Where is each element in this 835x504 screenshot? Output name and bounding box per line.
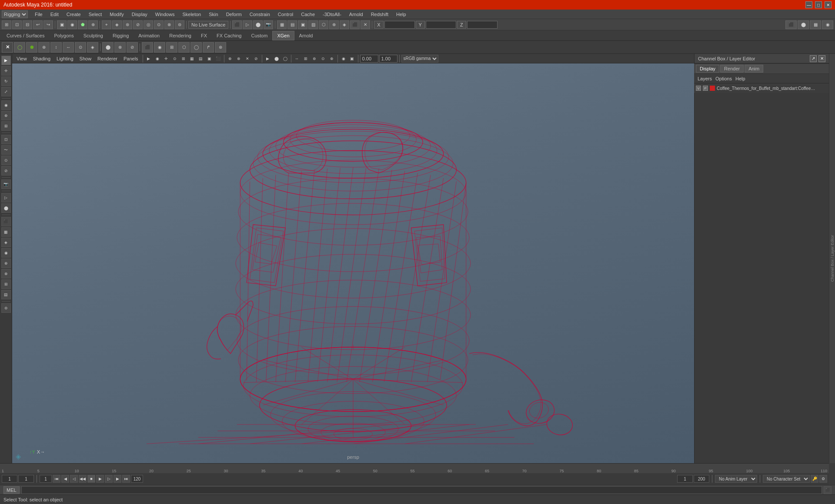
vp-icon-9[interactable]: ⬛ bbox=[214, 55, 222, 63]
redo-btn[interactable]: ↪ bbox=[43, 20, 53, 29]
menu-select[interactable]: Select bbox=[85, 11, 106, 18]
xgen-brush-btn[interactable]: ⊞ bbox=[166, 42, 177, 53]
vp-menu-shading[interactable]: Shading bbox=[30, 55, 53, 62]
sidebar-extra-6[interactable]: ⊗ bbox=[1, 269, 11, 279]
play-fwd-btn[interactable]: ▶ bbox=[96, 475, 104, 483]
snap7[interactable]: ⊗ bbox=[164, 20, 174, 29]
snap2[interactable]: ◈ bbox=[112, 20, 122, 29]
vp-icon-18[interactable]: ⊞ bbox=[302, 55, 310, 63]
next-key-btn[interactable]: ▷ bbox=[105, 475, 113, 483]
xgen-tool4[interactable]: ⊙ bbox=[75, 42, 86, 53]
vp-icon-23[interactable]: ▣ bbox=[348, 55, 356, 63]
menu-arnold[interactable]: Arnold bbox=[346, 11, 367, 18]
snap3[interactable]: ⊛ bbox=[123, 20, 132, 29]
xgen-tool1[interactable]: ⊕ bbox=[38, 42, 50, 53]
sidebar-extra-4[interactable]: ◉ bbox=[1, 248, 11, 258]
prev-key-btn[interactable]: ◁ bbox=[70, 475, 78, 483]
snap1[interactable]: ⌖ bbox=[102, 20, 111, 29]
snap-point-btn[interactable]: ⊙ bbox=[1, 156, 11, 165]
vp-icon-16[interactable]: ◯ bbox=[281, 55, 289, 63]
tab-rendering[interactable]: Rendering bbox=[164, 31, 196, 40]
sidebar-extra-3[interactable]: ◈ bbox=[1, 238, 11, 247]
sidebar-extra-2[interactable]: ▦ bbox=[1, 227, 11, 237]
xgen-sphere-btn[interactable]: ◯ bbox=[14, 42, 25, 53]
menu-3dtoall[interactable]: -3DtoAll- bbox=[319, 11, 345, 18]
snap-btn-3[interactable]: ⊟ bbox=[23, 20, 32, 29]
vp-icon-19[interactable]: ⊛ bbox=[311, 55, 318, 63]
render-scene-btn[interactable]: ▷ bbox=[1, 193, 11, 202]
paint-btn[interactable]: ⬟ bbox=[78, 20, 87, 29]
xgen-tool6[interactable]: ⬤ bbox=[102, 42, 114, 53]
render-btn[interactable]: ▷ bbox=[243, 20, 252, 29]
vp-menu-renderer[interactable]: Renderer bbox=[95, 55, 120, 62]
close-button[interactable]: ✕ bbox=[825, 1, 832, 8]
tab-fx[interactable]: FX bbox=[196, 31, 212, 40]
xgen-nurbs-btn[interactable]: ◯ bbox=[190, 42, 202, 53]
gamma-selector[interactable]: sRGB gamma bbox=[401, 55, 438, 63]
layer-p-checkbox[interactable]: P bbox=[703, 86, 708, 91]
vp-icon-20[interactable]: ⊙ bbox=[319, 55, 327, 63]
vp-icon-12[interactable]: ✕ bbox=[244, 55, 251, 63]
z-input[interactable] bbox=[467, 21, 498, 29]
menu-display[interactable]: Display bbox=[128, 11, 151, 18]
tab-curves-surfaces[interactable]: Curves / Surfaces bbox=[2, 31, 49, 40]
vp-icon-7[interactable]: ▤ bbox=[197, 55, 205, 63]
menu-redshift[interactable]: Redshift bbox=[367, 11, 392, 18]
sidebar-extra-1[interactable]: ⬛ bbox=[1, 217, 11, 226]
show-type-btn[interactable]: ▣ bbox=[298, 20, 307, 29]
ipr-render-btn[interactable]: ⬤ bbox=[1, 203, 11, 213]
vp-menu-show[interactable]: Show bbox=[77, 55, 94, 62]
menu-control[interactable]: Control bbox=[274, 11, 297, 18]
vp-icon-11[interactable]: ⊗ bbox=[235, 55, 243, 63]
snap-btn-2[interactable]: ⊡ bbox=[12, 20, 22, 29]
mel-button[interactable]: MEL bbox=[3, 486, 20, 494]
undo-btn[interactable]: ↩ bbox=[33, 20, 43, 29]
vp-icon-15[interactable]: ⬤ bbox=[273, 55, 281, 63]
menu-skeleton[interactable]: Skeleton bbox=[179, 11, 204, 18]
xgen-tool2[interactable]: ↕ bbox=[50, 42, 62, 53]
move-tool[interactable]: ✛ bbox=[1, 66, 11, 76]
select-tool[interactable]: ▶ bbox=[1, 56, 11, 65]
snap8[interactable]: ⊜ bbox=[175, 20, 184, 29]
vp-icon-8[interactable]: ▣ bbox=[206, 55, 214, 63]
menu-windows[interactable]: Windows bbox=[152, 11, 178, 18]
vp-y-value[interactable] bbox=[379, 55, 397, 63]
show-gpu-btn[interactable]: ⬛ bbox=[350, 20, 360, 29]
vp-icon-10[interactable]: ⊕ bbox=[226, 55, 234, 63]
xgen-arrow-btn[interactable]: ↱ bbox=[203, 42, 214, 53]
total-end-input[interactable] bbox=[694, 475, 709, 483]
layers-menu-help[interactable]: Help bbox=[735, 76, 745, 81]
tab-polygons[interactable]: Polygons bbox=[49, 31, 78, 40]
xgen-tool7[interactable]: ⊗ bbox=[114, 42, 126, 53]
anim-layer-selector[interactable]: No Anim Layer bbox=[715, 475, 757, 483]
dra-tab-render[interactable]: Render bbox=[720, 65, 744, 73]
menu-create[interactable]: Create bbox=[63, 11, 84, 18]
script-editor-btn[interactable]: ⬛ bbox=[824, 486, 832, 494]
xgen-geo-btn[interactable]: ⬡ bbox=[178, 42, 190, 53]
vp-icon-13[interactable]: ⊘ bbox=[252, 55, 260, 63]
show-cv-btn[interactable]: ⊕ bbox=[329, 20, 339, 29]
stop-btn[interactable]: ■ bbox=[87, 475, 95, 483]
sidebar-extra-7[interactable]: ⊞ bbox=[1, 279, 11, 289]
camera-btn[interactable]: 📷 bbox=[264, 20, 273, 29]
current-frame-input[interactable] bbox=[2, 475, 17, 483]
scale-tool[interactable]: ⤢ bbox=[1, 87, 11, 96]
paint-skin-btn[interactable]: ⊕ bbox=[1, 111, 11, 120]
timeline-ruler[interactable]: 1 5 10 15 20 25 30 35 40 45 50 55 60 65 … bbox=[0, 464, 829, 473]
viewport-canvas[interactable]: .wire { stroke: #cc0033; stroke-width: 0… bbox=[12, 63, 694, 463]
xgen-tool5[interactable]: ◈ bbox=[87, 42, 98, 53]
vp-icon-4[interactable]: ⊙ bbox=[171, 55, 179, 63]
menu-cache[interactable]: Cache bbox=[297, 11, 318, 18]
vp-icon-14[interactable]: ▶ bbox=[264, 55, 272, 63]
rotate-tool[interactable]: ↻ bbox=[1, 76, 11, 86]
menu-skin[interactable]: Skin bbox=[205, 11, 221, 18]
vp-icon-22[interactable]: ◉ bbox=[340, 55, 347, 63]
xgen-tool3[interactable]: ↔ bbox=[63, 42, 74, 53]
options-btn-4[interactable]: ◉ bbox=[822, 20, 833, 29]
vp-icon-5[interactable]: ⊞ bbox=[180, 55, 187, 63]
snap-btn-1[interactable]: ⊞ bbox=[2, 20, 11, 29]
next-frame-btn[interactable]: ▶ bbox=[114, 475, 121, 483]
skip-to-start-btn[interactable]: ⏮ bbox=[53, 475, 60, 483]
tab-animation[interactable]: Animation bbox=[134, 31, 164, 40]
manip-btn[interactable]: ⊕ bbox=[88, 20, 98, 29]
